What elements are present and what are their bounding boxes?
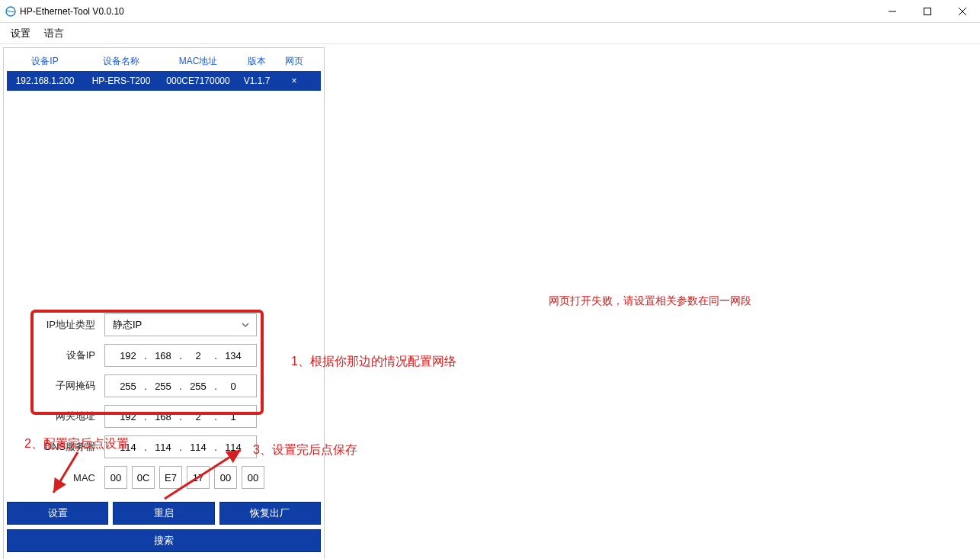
mac-oct1[interactable] (104, 466, 127, 489)
dns-oct4[interactable] (219, 442, 247, 453)
dns-oct1[interactable] (114, 442, 142, 453)
table-row[interactable]: 192.168.1.200 HP-ERS-T200 000CE7170000 V… (7, 71, 321, 91)
device-ip-oct3[interactable] (184, 350, 212, 361)
factory-reset-button[interactable]: 恢复出厂 (219, 502, 321, 525)
col-header-web: 网页 (277, 55, 312, 68)
subnet-oct3[interactable] (184, 381, 212, 392)
ip-type-value: 静态IP (113, 318, 142, 332)
menu-bar: 设置 语言 (0, 23, 980, 44)
maximize-button[interactable] (910, 0, 945, 23)
svg-line-3 (959, 8, 966, 15)
config-form: IP地址类型 静态IP 设备IP . . . 子网掩码 . (7, 310, 321, 493)
right-panel: 网页打开失败，请设置相关参数在同一网段 (328, 44, 980, 559)
window-title: HP-Ethernet-Tool V0.0.10 (20, 6, 124, 17)
gateway-oct3[interactable] (184, 411, 212, 422)
mac-input[interactable] (104, 466, 264, 489)
svg-line-4 (959, 8, 966, 15)
dns-oct2[interactable] (149, 442, 177, 453)
gateway-oct2[interactable] (149, 411, 177, 422)
col-header-mac: MAC地址 (159, 55, 237, 68)
gateway-label: 网关地址 (10, 410, 104, 423)
menu-language[interactable]: 语言 (44, 27, 64, 40)
dns-input[interactable]: . . . (104, 435, 257, 458)
mac-oct6[interactable] (242, 466, 264, 489)
mac-oct5[interactable] (214, 466, 237, 489)
cell-web-link[interactable]: × (277, 75, 312, 86)
button-bar: 设置 重启 恢复出厂 搜索 (7, 502, 321, 557)
search-button[interactable]: 搜索 (7, 529, 321, 552)
cell-ip: 192.168.1.200 (7, 75, 83, 86)
device-ip-oct2[interactable] (149, 350, 177, 361)
device-ip-input[interactable]: . . . (104, 344, 257, 367)
title-bar: HP-Ethernet-Tool V0.0.10 (0, 0, 980, 23)
col-header-name: 设备名称 (83, 55, 159, 68)
apply-button[interactable]: 设置 (7, 502, 108, 525)
window-controls (875, 0, 980, 23)
device-table: 设备IP 设备名称 MAC地址 版本 网页 192.168.1.200 HP-E… (7, 51, 321, 91)
mac-label: MAC (10, 472, 104, 484)
left-panel: 设备IP 设备名称 MAC地址 版本 网页 192.168.1.200 HP-E… (3, 47, 325, 559)
gateway-oct4[interactable] (219, 411, 247, 422)
dns-label: DNS服务器 (10, 440, 104, 454)
gateway-oct1[interactable] (114, 411, 142, 422)
col-header-version: 版本 (237, 55, 277, 68)
svg-rect-2 (924, 8, 931, 14)
cell-version: V1.1.7 (237, 75, 277, 86)
subnet-oct4[interactable] (219, 381, 247, 392)
subnet-input[interactable]: . . . (104, 374, 257, 397)
chevron-down-icon (241, 320, 250, 329)
device-ip-oct4[interactable] (219, 350, 247, 361)
close-button[interactable] (945, 0, 980, 23)
mac-oct4[interactable] (187, 466, 210, 489)
subnet-oct2[interactable] (149, 381, 177, 392)
dns-oct3[interactable] (184, 442, 212, 453)
minimize-button[interactable] (875, 0, 910, 23)
cell-name: HP-ERS-T200 (83, 75, 159, 86)
restart-button[interactable]: 重启 (113, 502, 214, 525)
device-ip-label: 设备IP (10, 349, 104, 362)
menu-settings[interactable]: 设置 (11, 27, 30, 40)
app-icon (5, 5, 17, 18)
device-ip-oct1[interactable] (114, 350, 142, 361)
gateway-input[interactable]: . . . (104, 405, 257, 428)
col-header-ip: 设备IP (7, 55, 83, 68)
table-header: 设备IP 设备名称 MAC地址 版本 网页 (7, 51, 321, 71)
web-error-message: 网页打开失败，请设置相关参数在同一网段 (549, 294, 751, 308)
mac-oct3[interactable] (159, 466, 182, 489)
subnet-label: 子网掩码 (10, 379, 104, 393)
ip-type-label: IP地址类型 (10, 318, 104, 332)
subnet-oct1[interactable] (114, 381, 142, 392)
ip-type-select[interactable]: 静态IP (104, 313, 257, 336)
cell-mac: 000CE7170000 (159, 75, 237, 86)
mac-oct2[interactable] (132, 466, 155, 489)
